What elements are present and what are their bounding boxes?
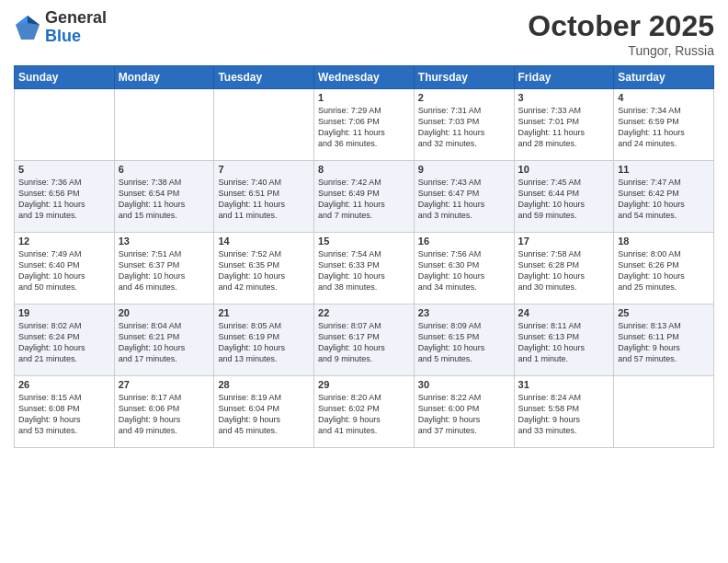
calendar-cell: 9Sunrise: 7:43 AM Sunset: 6:47 PM Daylig…	[414, 161, 514, 233]
location: Tungor, Russia	[528, 43, 714, 58]
day-info: Sunrise: 7:31 AM Sunset: 7:03 PM Dayligh…	[418, 105, 510, 150]
col-monday: Monday	[114, 66, 214, 89]
day-number: 13	[119, 236, 210, 247]
calendar-cell: 13Sunrise: 7:51 AM Sunset: 6:37 PM Dayli…	[114, 233, 214, 304]
day-info: Sunrise: 8:07 AM Sunset: 6:17 PM Dayligh…	[318, 320, 410, 365]
calendar-cell: 19Sunrise: 8:02 AM Sunset: 6:24 PM Dayli…	[15, 304, 115, 376]
col-friday: Friday	[514, 66, 614, 89]
day-info: Sunrise: 7:47 AM Sunset: 6:42 PM Dayligh…	[618, 177, 710, 222]
day-number: 14	[218, 236, 310, 247]
day-info: Sunrise: 7:49 AM Sunset: 6:40 PM Dayligh…	[18, 248, 110, 293]
logo: General Blue	[14, 9, 107, 46]
header-row: Sunday Monday Tuesday Wednesday Thursday…	[15, 66, 714, 89]
day-info: Sunrise: 7:54 AM Sunset: 6:33 PM Dayligh…	[318, 248, 410, 293]
calendar-cell: 2Sunrise: 7:31 AM Sunset: 7:03 PM Daylig…	[414, 89, 514, 161]
day-number: 15	[318, 236, 410, 247]
calendar-cell: 17Sunrise: 7:58 AM Sunset: 6:28 PM Dayli…	[514, 233, 614, 304]
calendar-cell: 27Sunrise: 8:17 AM Sunset: 6:06 PM Dayli…	[114, 376, 214, 448]
calendar-cell: 6Sunrise: 7:38 AM Sunset: 6:54 PM Daylig…	[114, 161, 214, 233]
day-number: 31	[518, 379, 610, 390]
calendar-cell: 1Sunrise: 7:29 AM Sunset: 7:06 PM Daylig…	[314, 89, 415, 161]
day-info: Sunrise: 8:20 AM Sunset: 6:02 PM Dayligh…	[318, 392, 410, 437]
calendar-cell: 28Sunrise: 8:19 AM Sunset: 6:04 PM Dayli…	[214, 376, 314, 448]
day-number: 22	[318, 307, 410, 318]
calendar-week-2: 5Sunrise: 7:36 AM Sunset: 6:56 PM Daylig…	[15, 161, 714, 233]
day-info: Sunrise: 7:42 AM Sunset: 6:49 PM Dayligh…	[318, 177, 410, 222]
day-info: Sunrise: 8:00 AM Sunset: 6:26 PM Dayligh…	[618, 248, 710, 293]
day-info: Sunrise: 8:13 AM Sunset: 6:11 PM Dayligh…	[618, 320, 710, 365]
day-number: 11	[618, 164, 710, 175]
col-saturday: Saturday	[614, 66, 714, 89]
calendar-cell	[114, 89, 214, 161]
calendar-cell: 8Sunrise: 7:42 AM Sunset: 6:49 PM Daylig…	[314, 161, 415, 233]
day-number: 3	[518, 92, 610, 103]
logo-blue: Blue	[45, 28, 107, 46]
day-number: 27	[119, 379, 210, 390]
calendar-week-4: 19Sunrise: 8:02 AM Sunset: 6:24 PM Dayli…	[15, 304, 714, 376]
day-number: 12	[18, 236, 110, 247]
day-info: Sunrise: 7:43 AM Sunset: 6:47 PM Dayligh…	[418, 177, 510, 222]
calendar-cell: 5Sunrise: 7:36 AM Sunset: 6:56 PM Daylig…	[15, 161, 115, 233]
logo-general: General	[45, 9, 107, 28]
day-info: Sunrise: 7:38 AM Sunset: 6:54 PM Dayligh…	[119, 177, 210, 222]
day-info: Sunrise: 7:34 AM Sunset: 6:59 PM Dayligh…	[618, 105, 710, 150]
day-info: Sunrise: 7:51 AM Sunset: 6:37 PM Dayligh…	[119, 248, 210, 293]
calendar-cell: 21Sunrise: 8:05 AM Sunset: 6:19 PM Dayli…	[214, 304, 314, 376]
day-number: 30	[418, 379, 510, 390]
day-info: Sunrise: 7:33 AM Sunset: 7:01 PM Dayligh…	[518, 105, 610, 150]
calendar-cell: 20Sunrise: 8:04 AM Sunset: 6:21 PM Dayli…	[114, 304, 214, 376]
col-tuesday: Tuesday	[214, 66, 314, 89]
day-info: Sunrise: 8:05 AM Sunset: 6:19 PM Dayligh…	[218, 320, 310, 365]
day-number: 5	[18, 164, 110, 175]
day-number: 23	[418, 307, 510, 318]
day-info: Sunrise: 7:56 AM Sunset: 6:30 PM Dayligh…	[418, 248, 510, 293]
logo-text: General Blue	[45, 9, 107, 46]
day-number: 29	[318, 379, 410, 390]
day-number: 26	[18, 379, 110, 390]
day-number: 28	[218, 379, 310, 390]
calendar-cell: 30Sunrise: 8:22 AM Sunset: 6:00 PM Dayli…	[414, 376, 514, 448]
calendar-cell	[15, 89, 115, 161]
day-number: 1	[318, 92, 410, 103]
calendar-cell: 22Sunrise: 8:07 AM Sunset: 6:17 PM Dayli…	[314, 304, 415, 376]
calendar-cell	[214, 89, 314, 161]
day-number: 9	[418, 164, 510, 175]
calendar-cell: 14Sunrise: 7:52 AM Sunset: 6:35 PM Dayli…	[214, 233, 314, 304]
calendar-cell: 23Sunrise: 8:09 AM Sunset: 6:15 PM Dayli…	[414, 304, 514, 376]
day-info: Sunrise: 8:24 AM Sunset: 5:58 PM Dayligh…	[518, 392, 610, 437]
month-title: October 2025	[528, 9, 714, 43]
day-info: Sunrise: 8:02 AM Sunset: 6:24 PM Dayligh…	[18, 320, 110, 365]
day-info: Sunrise: 7:29 AM Sunset: 7:06 PM Dayligh…	[318, 105, 410, 150]
calendar-cell: 4Sunrise: 7:34 AM Sunset: 6:59 PM Daylig…	[614, 89, 714, 161]
calendar-cell: 26Sunrise: 8:15 AM Sunset: 6:08 PM Dayli…	[15, 376, 115, 448]
day-info: Sunrise: 8:09 AM Sunset: 6:15 PM Dayligh…	[418, 320, 510, 365]
calendar-cell: 15Sunrise: 7:54 AM Sunset: 6:33 PM Dayli…	[314, 233, 415, 304]
day-number: 6	[119, 164, 210, 175]
day-number: 16	[418, 236, 510, 247]
day-info: Sunrise: 7:40 AM Sunset: 6:51 PM Dayligh…	[218, 177, 310, 222]
day-number: 19	[18, 307, 110, 318]
col-wednesday: Wednesday	[314, 66, 415, 89]
day-number: 17	[518, 236, 610, 247]
col-thursday: Thursday	[414, 66, 514, 89]
calendar-week-1: 1Sunrise: 7:29 AM Sunset: 7:06 PM Daylig…	[15, 89, 714, 161]
header: General Blue October 2025 Tungor, Russia	[14, 9, 714, 58]
title-block: October 2025 Tungor, Russia	[528, 9, 714, 58]
calendar-cell: 24Sunrise: 8:11 AM Sunset: 6:13 PM Dayli…	[514, 304, 614, 376]
day-info: Sunrise: 7:52 AM Sunset: 6:35 PM Dayligh…	[218, 248, 310, 293]
day-info: Sunrise: 8:15 AM Sunset: 6:08 PM Dayligh…	[18, 392, 110, 437]
calendar-cell	[614, 376, 714, 448]
calendar-cell: 18Sunrise: 8:00 AM Sunset: 6:26 PM Dayli…	[614, 233, 714, 304]
day-number: 25	[618, 307, 710, 318]
day-number: 21	[218, 307, 310, 318]
day-number: 24	[518, 307, 610, 318]
day-number: 8	[318, 164, 410, 175]
day-number: 20	[119, 307, 210, 318]
day-info: Sunrise: 8:17 AM Sunset: 6:06 PM Dayligh…	[119, 392, 210, 437]
page: General Blue October 2025 Tungor, Russia…	[0, 0, 728, 563]
calendar-cell: 11Sunrise: 7:47 AM Sunset: 6:42 PM Dayli…	[614, 161, 714, 233]
calendar-cell: 16Sunrise: 7:56 AM Sunset: 6:30 PM Dayli…	[414, 233, 514, 304]
calendar-cell: 10Sunrise: 7:45 AM Sunset: 6:44 PM Dayli…	[514, 161, 614, 233]
logo-icon	[14, 14, 41, 41]
day-number: 4	[618, 92, 710, 103]
